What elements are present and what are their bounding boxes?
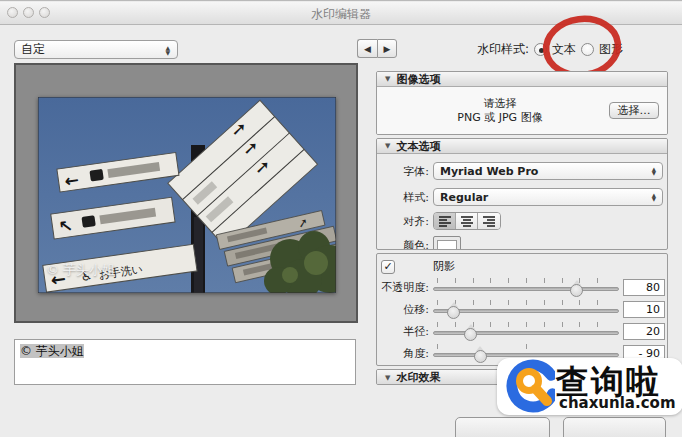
slider-ticks [437, 344, 615, 349]
title-bar: 水印编辑器 [0, 2, 682, 25]
slider-track[interactable] [433, 353, 619, 357]
color-label: 颜色: [377, 238, 429, 250]
radius-slider-thumb[interactable] [464, 325, 477, 339]
slider-ticks [437, 278, 615, 283]
text-options-section: ▼ 文本选项 字体: Myriad Web Pro ▲▼ 样式: Regular… [376, 138, 668, 250]
align-center-icon [460, 215, 474, 227]
radio-text-label[interactable]: 文本 [552, 41, 576, 58]
angle-label: 角度: [377, 346, 429, 361]
angle-slider-thumb[interactable] [474, 347, 487, 361]
radius-label: 半径: [377, 324, 429, 339]
image-options-title: 图像选项 [396, 72, 440, 87]
slider-track[interactable] [433, 331, 619, 335]
offset-label: 位移: [377, 302, 429, 317]
align-segmented-control [433, 212, 501, 230]
text-options-header[interactable]: ▼ 文本选项 [377, 139, 667, 154]
shadow-label: 阴影 [433, 259, 455, 274]
chaxunla-domain: chaxunla.com [559, 394, 676, 412]
svg-text:➚: ➚ [243, 137, 258, 158]
window-title: 水印编辑器 [0, 6, 682, 23]
align-left-button[interactable] [434, 213, 456, 229]
opacity-slider-thumb[interactable] [570, 281, 583, 295]
watermark-text-input[interactable]: © 芋头小姐 [14, 339, 356, 385]
chaxunla-watermark: 查询啦 chaxunla.com [497, 358, 682, 415]
radio-graphic[interactable] [581, 43, 594, 56]
next-button[interactable]: ▶ [377, 39, 397, 58]
image-options-section: ▼ 图像选项 请选择 PNG 或 JPG 图像 选择… [376, 71, 668, 135]
shadow-section: ✓ 阴影 不透明度: 80 位移: 10 半径: [376, 253, 668, 366]
opacity-value[interactable]: 80 [623, 279, 665, 296]
stepper-icon: ▲▼ [165, 45, 171, 55]
offset-slider-thumb[interactable] [447, 303, 460, 317]
align-right-button[interactable] [478, 213, 500, 229]
bottom-button-right[interactable] [563, 417, 666, 437]
preview-photo: ➚ ➚ ➚ ➚ ➚ ➚ [38, 97, 336, 293]
chaxunla-logo-icon [497, 358, 555, 415]
disclosure-triangle-icon: ▼ [385, 142, 390, 150]
svg-text:➚: ➚ [232, 118, 247, 139]
disclosure-triangle-icon: ▼ [385, 75, 390, 83]
align-right-icon [482, 215, 496, 227]
stepper-icon: ▲▼ [652, 193, 656, 202]
preview-nav: ◀ ▶ [357, 39, 397, 58]
font-label: 字体: [377, 164, 429, 179]
prev-button[interactable]: ◀ [357, 39, 377, 58]
radio-text[interactable] [534, 43, 547, 56]
style-value: Regular [440, 191, 488, 204]
checkmark-icon: ✓ [383, 260, 392, 273]
watermark-editor-window: 水印编辑器 自定 ▲▼ ◀ ▶ 水印样式: 文本 图形 [0, 0, 682, 437]
align-label: 对齐: [377, 214, 429, 229]
image-hint: 请选择 PNG 或 JPG 图像 [377, 97, 609, 125]
radius-slider[interactable] [433, 320, 619, 342]
slider-track[interactable] [433, 287, 619, 291]
offset-value[interactable]: 10 [623, 301, 665, 318]
opacity-slider[interactable] [433, 276, 619, 298]
next-icon: ▶ [384, 44, 391, 54]
font-dropdown[interactable]: Myriad Web Pro ▲▼ [433, 162, 663, 180]
radius-slider-row: 半径: 20 [377, 320, 667, 342]
radio-graphic-label[interactable]: 图形 [599, 41, 623, 58]
slider-ticks [437, 300, 615, 305]
prev-icon: ◀ [364, 44, 371, 54]
disclosure-triangle-icon: ▼ [385, 374, 390, 382]
text-options-title: 文本选项 [396, 139, 440, 154]
slider-track[interactable] [433, 309, 619, 313]
font-value: Myriad Web Pro [440, 165, 538, 178]
watermark-preview: ➚ ➚ ➚ ➚ ➚ ➚ [14, 63, 358, 323]
align-left-icon [438, 215, 452, 227]
style-label: 样式: [377, 190, 429, 205]
stepper-icon: ▲▼ [652, 167, 656, 176]
offset-slider[interactable] [433, 298, 619, 320]
image-options-header[interactable]: ▼ 图像选项 [377, 72, 667, 87]
style-dropdown[interactable]: Regular ▲▼ [433, 188, 663, 206]
svg-text:←: ← [63, 169, 80, 191]
photo-watermark-text: © 芋头小姐 [46, 261, 115, 279]
svg-text:↖: ↖ [57, 215, 74, 237]
preset-value: 自定 [21, 41, 45, 58]
shadow-checkbox[interactable]: ✓ [381, 260, 395, 274]
watermark-style-group: 水印样式: 文本 图形 [477, 41, 623, 58]
opacity-label: 不透明度: [377, 280, 429, 295]
color-well[interactable] [433, 236, 461, 250]
svg-text:➚: ➚ [255, 156, 270, 177]
effects-title: 水印效果 [396, 370, 440, 385]
bottom-button-left[interactable] [455, 417, 550, 437]
opacity-slider-row: 不透明度: 80 [377, 276, 667, 298]
selected-text: © 芋头小姐 [20, 344, 84, 358]
radius-value[interactable]: 20 [623, 323, 665, 340]
choose-image-button[interactable]: 选择… [609, 102, 659, 119]
watermark-style-label: 水印样式: [477, 41, 529, 58]
offset-slider-row: 位移: 10 [377, 298, 667, 320]
preset-dropdown[interactable]: 自定 ▲▼ [14, 40, 178, 59]
align-center-button[interactable] [456, 213, 478, 229]
